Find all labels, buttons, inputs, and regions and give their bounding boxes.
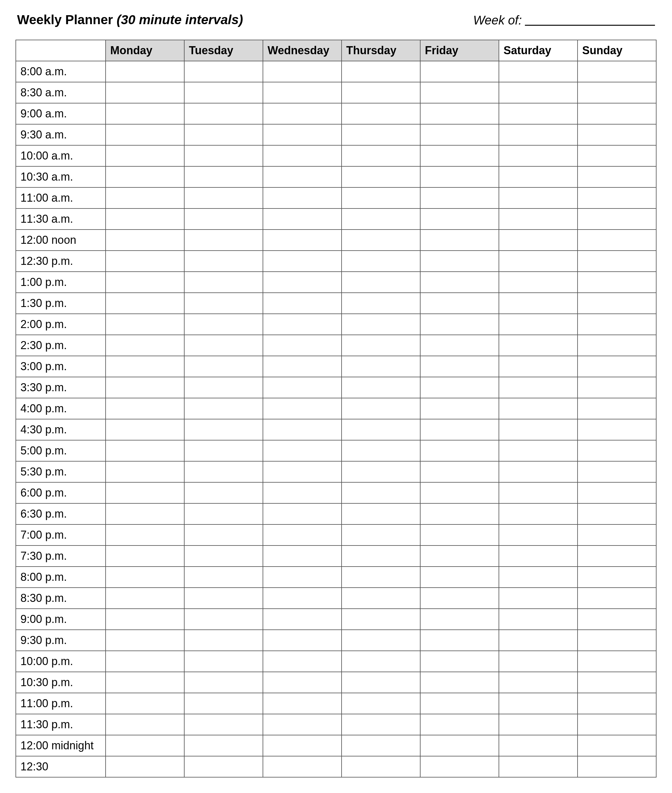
planner-cell[interactable]: [420, 630, 499, 651]
planner-cell[interactable]: [342, 293, 420, 314]
planner-cell[interactable]: [184, 546, 263, 567]
planner-cell[interactable]: [420, 293, 499, 314]
planner-cell[interactable]: [184, 187, 263, 208]
planner-cell[interactable]: [263, 145, 342, 167]
planner-cell[interactable]: [578, 187, 656, 208]
planner-cell[interactable]: [184, 377, 263, 398]
planner-cell[interactable]: [342, 567, 420, 588]
planner-cell[interactable]: [499, 693, 578, 714]
planner-cell[interactable]: [184, 124, 263, 145]
planner-cell[interactable]: [499, 103, 578, 124]
planner-cell[interactable]: [184, 461, 263, 482]
planner-cell[interactable]: [578, 398, 656, 419]
planner-cell[interactable]: [420, 82, 499, 103]
planner-cell[interactable]: [499, 335, 578, 356]
planner-cell[interactable]: [342, 61, 420, 82]
planner-cell[interactable]: [263, 187, 342, 208]
planner-cell[interactable]: [342, 630, 420, 651]
planner-cell[interactable]: [106, 482, 184, 503]
planner-cell[interactable]: [499, 672, 578, 693]
planner-cell[interactable]: [184, 524, 263, 546]
planner-cell[interactable]: [499, 588, 578, 609]
planner-cell[interactable]: [499, 229, 578, 251]
planner-cell[interactable]: [578, 630, 656, 651]
planner-cell[interactable]: [263, 672, 342, 693]
planner-cell[interactable]: [342, 524, 420, 546]
planner-cell[interactable]: [184, 735, 263, 756]
planner-cell[interactable]: [420, 167, 499, 187]
planner-cell[interactable]: [578, 503, 656, 524]
planner-cell[interactable]: [106, 61, 184, 82]
planner-cell[interactable]: [106, 398, 184, 419]
planner-cell[interactable]: [184, 61, 263, 82]
planner-cell[interactable]: [263, 546, 342, 567]
planner-cell[interactable]: [342, 503, 420, 524]
planner-cell[interactable]: [263, 693, 342, 714]
planner-cell[interactable]: [420, 735, 499, 756]
planner-cell[interactable]: [263, 735, 342, 756]
planner-cell[interactable]: [578, 419, 656, 440]
planner-cell[interactable]: [106, 630, 184, 651]
planner-cell[interactable]: [420, 124, 499, 145]
planner-cell[interactable]: [184, 503, 263, 524]
planner-cell[interactable]: [578, 609, 656, 630]
planner-cell[interactable]: [578, 567, 656, 588]
planner-cell[interactable]: [106, 567, 184, 588]
planner-cell[interactable]: [263, 609, 342, 630]
planner-cell[interactable]: [106, 229, 184, 251]
planner-cell[interactable]: [106, 524, 184, 546]
planner-cell[interactable]: [578, 251, 656, 272]
planner-cell[interactable]: [578, 461, 656, 482]
planner-cell[interactable]: [184, 714, 263, 735]
planner-cell[interactable]: [184, 82, 263, 103]
planner-cell[interactable]: [184, 756, 263, 777]
planner-cell[interactable]: [578, 756, 656, 777]
planner-cell[interactable]: [106, 272, 184, 293]
planner-cell[interactable]: [106, 419, 184, 440]
planner-cell[interactable]: [263, 293, 342, 314]
planner-cell[interactable]: [342, 377, 420, 398]
planner-cell[interactable]: [342, 335, 420, 356]
planner-cell[interactable]: [499, 546, 578, 567]
planner-cell[interactable]: [106, 461, 184, 482]
planner-cell[interactable]: [499, 251, 578, 272]
planner-cell[interactable]: [106, 546, 184, 567]
planner-cell[interactable]: [499, 61, 578, 82]
planner-cell[interactable]: [106, 124, 184, 145]
planner-cell[interactable]: [263, 208, 342, 229]
planner-cell[interactable]: [342, 546, 420, 567]
planner-cell[interactable]: [184, 229, 263, 251]
planner-cell[interactable]: [499, 398, 578, 419]
planner-cell[interactable]: [578, 145, 656, 167]
planner-cell[interactable]: [106, 735, 184, 756]
planner-cell[interactable]: [106, 651, 184, 672]
planner-cell[interactable]: [263, 714, 342, 735]
planner-cell[interactable]: [106, 293, 184, 314]
planner-cell[interactable]: [342, 651, 420, 672]
planner-cell[interactable]: [420, 229, 499, 251]
planner-cell[interactable]: [578, 377, 656, 398]
planner-cell[interactable]: [342, 714, 420, 735]
planner-cell[interactable]: [106, 588, 184, 609]
planner-cell[interactable]: [499, 293, 578, 314]
planner-cell[interactable]: [578, 229, 656, 251]
planner-cell[interactable]: [184, 693, 263, 714]
planner-cell[interactable]: [578, 356, 656, 377]
planner-cell[interactable]: [420, 524, 499, 546]
planner-cell[interactable]: [106, 103, 184, 124]
planner-cell[interactable]: [420, 419, 499, 440]
planner-cell[interactable]: [184, 609, 263, 630]
planner-cell[interactable]: [578, 693, 656, 714]
planner-cell[interactable]: [420, 609, 499, 630]
planner-cell[interactable]: [263, 588, 342, 609]
planner-cell[interactable]: [106, 693, 184, 714]
planner-cell[interactable]: [263, 567, 342, 588]
planner-cell[interactable]: [106, 208, 184, 229]
planner-cell[interactable]: [106, 756, 184, 777]
planner-cell[interactable]: [106, 377, 184, 398]
planner-cell[interactable]: [499, 314, 578, 335]
planner-cell[interactable]: [420, 314, 499, 335]
planner-cell[interactable]: [420, 187, 499, 208]
planner-cell[interactable]: [578, 588, 656, 609]
planner-cell[interactable]: [499, 714, 578, 735]
